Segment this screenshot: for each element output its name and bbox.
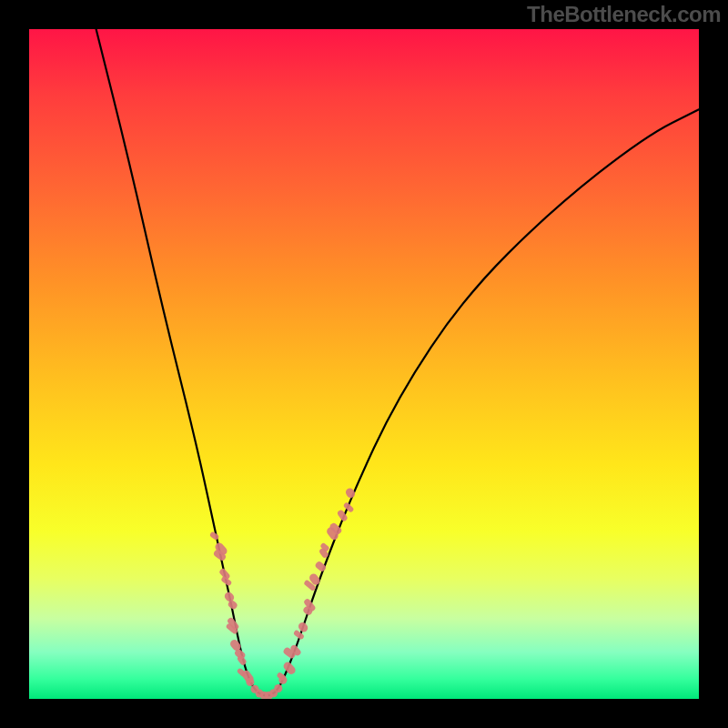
dot: [274, 684, 282, 693]
plot-area: [29, 29, 699, 699]
curve-svg: [29, 29, 699, 699]
chart-frame: TheBottleneck.com: [0, 0, 728, 728]
bottleneck-curve-path: [96, 29, 699, 695]
dot: [209, 531, 220, 541]
dot: [282, 661, 298, 676]
watermark-text: TheBottleneck.com: [527, 2, 721, 27]
dotted-right: [276, 487, 356, 682]
dotted-left: [209, 531, 288, 699]
dot: [246, 678, 254, 686]
